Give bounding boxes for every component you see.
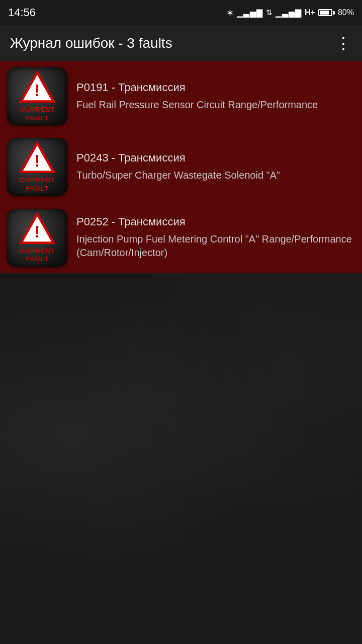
- fault-badge-1: ! CURRENTFAULT: [7, 67, 67, 125]
- battery-percent: 80%: [338, 8, 354, 17]
- fault-item-1[interactable]: ! CURRENTFAULT P0191 - Трансмиссия Fuel …: [0, 61, 362, 132]
- battery-icon: [318, 9, 335, 16]
- empty-background: [0, 273, 362, 595]
- signal2-icon: ▁▃▅▇: [276, 8, 302, 18]
- fault-info-1: P0191 - Трансмиссия Fuel Rail Pressure S…: [76, 81, 355, 112]
- status-bar: 14:56 ∗ ▁▃▅▇ ⇅ ▁▃▅▇ H+ 80%: [0, 0, 362, 25]
- bluetooth-icon: ∗: [226, 7, 234, 18]
- fault-info-2: P0243 - Трансмиссия Turbo/Super Charger …: [76, 151, 355, 182]
- menu-button[interactable]: ⋮: [335, 34, 352, 53]
- app-title: Журнал ошибок - 3 faults: [10, 35, 172, 51]
- badge-text-1: CURRENTFAULT: [20, 106, 55, 122]
- warning-triangle-icon-3: !: [19, 212, 55, 245]
- fault-badge-2: ! CURRENTFAULT: [7, 138, 67, 196]
- status-icons: ∗ ▁▃▅▇ ⇅ ▁▃▅▇ H+ 80%: [226, 7, 354, 18]
- fault-desc-3: Injection Pump Fuel Metering Control "A"…: [76, 232, 355, 260]
- network-type-icon: H+: [305, 8, 315, 17]
- fault-info-3: P0252 - Трансмиссия Injection Pump Fuel …: [76, 215, 355, 260]
- badge-text-3: CURRENTFAULT: [20, 247, 55, 263]
- warning-triangle-icon-1: !: [19, 70, 55, 104]
- warning-triangle-icon-2: !: [19, 141, 55, 174]
- badge-text-2: CURRENTFAULT: [20, 176, 55, 192]
- status-time: 14:56: [8, 6, 36, 19]
- fault-code-3: P0252 - Трансмиссия: [76, 215, 355, 228]
- fault-desc-2: Turbo/Super Charger Wastegate Solenoid "…: [76, 169, 355, 182]
- fault-code-1: P0191 - Трансмиссия: [76, 81, 355, 94]
- data-arrows-icon: ⇅: [266, 8, 273, 17]
- fault-item-2[interactable]: ! CURRENTFAULT P0243 - Трансмиссия Turbo…: [0, 132, 362, 202]
- svg-text:!: !: [35, 223, 40, 241]
- fault-item-3[interactable]: ! CURRENTFAULT P0252 - Трансмиссия Injec…: [0, 202, 362, 273]
- fault-list: ! CURRENTFAULT P0191 - Трансмиссия Fuel …: [0, 61, 362, 273]
- svg-text:!: !: [35, 152, 40, 170]
- fault-desc-1: Fuel Rail Pressure Sensor Circuit Range/…: [76, 98, 355, 112]
- signal-icon: ▁▃▅▇: [237, 8, 263, 18]
- svg-text:!: !: [35, 82, 40, 100]
- fault-code-2: P0243 - Трансмиссия: [76, 151, 355, 165]
- app-header: Журнал ошибок - 3 faults ⋮: [0, 25, 362, 61]
- fault-badge-3: ! CURRENTFAULT: [7, 209, 67, 267]
